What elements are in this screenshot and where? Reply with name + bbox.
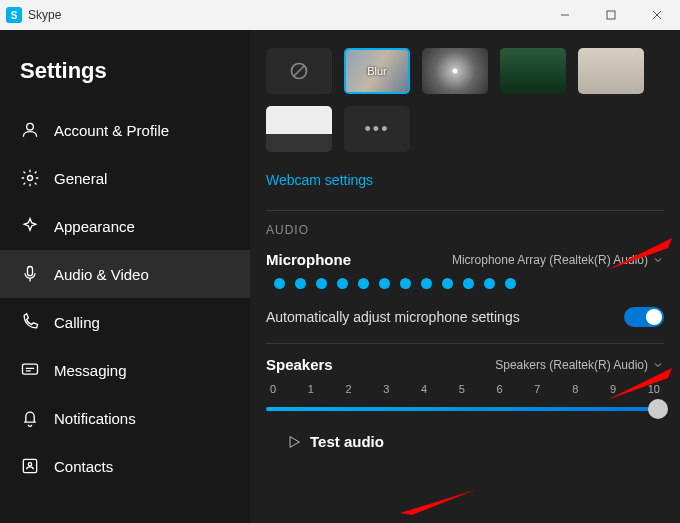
sidebar-item-label: Notifications bbox=[54, 410, 136, 427]
microphone-level-meter bbox=[274, 278, 664, 289]
blur-label: Blur bbox=[367, 65, 387, 77]
auto-adjust-label: Automatically adjust microphone settings bbox=[266, 309, 520, 325]
divider bbox=[266, 343, 664, 344]
slider-thumb[interactable] bbox=[648, 399, 668, 419]
settings-heading: Settings bbox=[0, 48, 250, 106]
sidebar-item-label: Calling bbox=[54, 314, 100, 331]
background-preset-tile[interactable] bbox=[266, 106, 332, 152]
phone-icon bbox=[20, 312, 40, 332]
sidebar-item-notifications[interactable]: Notifications bbox=[0, 394, 250, 442]
background-preset-tile[interactable] bbox=[422, 48, 488, 94]
sidebar-item-label: Contacts bbox=[54, 458, 113, 475]
sidebar-item-messaging[interactable]: Messaging bbox=[0, 346, 250, 394]
auto-adjust-toggle[interactable] bbox=[624, 307, 664, 327]
background-none-tile[interactable] bbox=[266, 48, 332, 94]
sidebar-item-contacts[interactable]: Contacts bbox=[0, 442, 250, 490]
gear-icon bbox=[20, 168, 40, 188]
skype-icon: S bbox=[6, 7, 22, 23]
sidebar-item-label: General bbox=[54, 170, 107, 187]
microphone-device-dropdown[interactable]: Microphone Array (Realtek(R) Audio) bbox=[452, 253, 664, 267]
svg-point-9 bbox=[28, 463, 31, 466]
svg-rect-6 bbox=[28, 267, 33, 276]
sidebar-item-calling[interactable]: Calling bbox=[0, 298, 250, 346]
sidebar-item-label: Messaging bbox=[54, 362, 127, 379]
background-preset-tile[interactable] bbox=[578, 48, 644, 94]
settings-sidebar: Settings Account & Profile General Appea… bbox=[0, 30, 250, 523]
microphone-label: Microphone bbox=[266, 251, 351, 268]
window-titlebar: S Skype bbox=[0, 0, 680, 30]
background-preset-tile[interactable] bbox=[500, 48, 566, 94]
svg-rect-1 bbox=[607, 11, 615, 19]
svg-point-4 bbox=[27, 123, 34, 130]
background-effects-row: Blur ••• bbox=[266, 48, 664, 152]
sidebar-item-label: Appearance bbox=[54, 218, 135, 235]
chevron-down-icon bbox=[652, 359, 664, 371]
sidebar-item-audio-video[interactable]: Audio & Video bbox=[0, 250, 250, 298]
window-close-button[interactable] bbox=[634, 0, 680, 30]
sidebar-item-appearance[interactable]: Appearance bbox=[0, 202, 250, 250]
slider-track bbox=[266, 407, 664, 411]
speakers-label: Speakers bbox=[266, 356, 333, 373]
sidebar-item-label: Audio & Video bbox=[54, 266, 149, 283]
audio-section-label: AUDIO bbox=[266, 223, 664, 237]
background-more-tile[interactable]: ••• bbox=[344, 106, 410, 152]
svg-marker-12 bbox=[290, 436, 299, 447]
microphone-icon bbox=[20, 264, 40, 284]
slider-ticks: 012345678910 bbox=[266, 383, 664, 395]
test-audio-button[interactable]: Test audio bbox=[286, 433, 664, 450]
window-maximize-button[interactable] bbox=[588, 0, 634, 30]
sidebar-item-general[interactable]: General bbox=[0, 154, 250, 202]
test-audio-label: Test audio bbox=[310, 433, 384, 450]
microphone-device-value: Microphone Array (Realtek(R) Audio) bbox=[452, 253, 648, 267]
svg-line-11 bbox=[294, 66, 304, 76]
divider bbox=[266, 210, 664, 211]
settings-content: Blur ••• Webcam settings AUDIO Microphon… bbox=[250, 30, 680, 523]
speakers-device-dropdown[interactable]: Speakers (Realtek(R) Audio) bbox=[495, 358, 664, 372]
speaker-volume-slider[interactable]: 012345678910 bbox=[266, 383, 664, 419]
sparkle-icon bbox=[20, 216, 40, 236]
svg-rect-7 bbox=[23, 364, 38, 374]
contacts-icon bbox=[20, 456, 40, 476]
background-blur-tile[interactable]: Blur bbox=[344, 48, 410, 94]
webcam-settings-link[interactable]: Webcam settings bbox=[266, 172, 373, 188]
chevron-down-icon bbox=[652, 254, 664, 266]
speakers-device-value: Speakers (Realtek(R) Audio) bbox=[495, 358, 648, 372]
bell-icon bbox=[20, 408, 40, 428]
svg-point-5 bbox=[28, 176, 33, 181]
sidebar-item-label: Account & Profile bbox=[54, 122, 169, 139]
window-minimize-button[interactable] bbox=[542, 0, 588, 30]
message-icon bbox=[20, 360, 40, 380]
play-icon bbox=[286, 434, 302, 450]
window-title: Skype bbox=[28, 8, 61, 22]
annotation-arrow bbox=[390, 485, 480, 523]
person-icon bbox=[20, 120, 40, 140]
sidebar-item-account[interactable]: Account & Profile bbox=[0, 106, 250, 154]
